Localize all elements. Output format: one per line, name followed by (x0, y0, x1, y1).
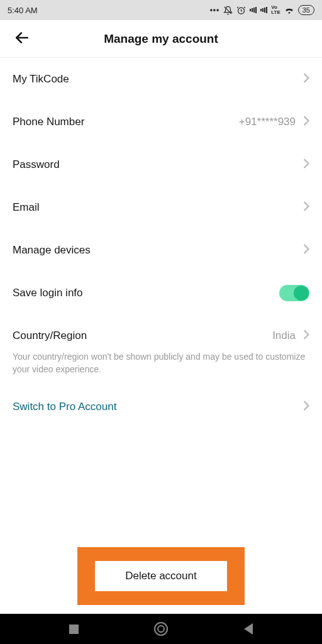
chevron-right-icon (303, 73, 309, 86)
country-label: Country/Region (13, 330, 272, 342)
more-dots-icon: ••• (210, 6, 220, 14)
home-button[interactable] (154, 622, 168, 636)
row-password[interactable]: Password (0, 143, 322, 186)
toggle-knob (294, 286, 309, 301)
row-tikcode[interactable]: My TikCode (0, 58, 322, 101)
row-manage-devices[interactable]: Manage devices (0, 229, 322, 272)
chevron-right-icon (303, 401, 309, 413)
country-value: India (272, 330, 296, 342)
volte-icon: VoLTE (271, 5, 280, 15)
signal-icon-2 (260, 7, 267, 13)
save-login-toggle[interactable] (279, 285, 309, 301)
recents-button[interactable] (69, 625, 79, 634)
chevron-right-icon (303, 201, 309, 214)
row-phone[interactable]: Phone Number +91*****939 (0, 101, 322, 143)
back-nav-button[interactable] (244, 623, 253, 635)
header: Manage my account (0, 20, 322, 58)
status-time: 5:40 AM (8, 6, 38, 15)
android-nav-bar (0, 614, 322, 644)
row-switch-pro[interactable]: Switch to Pro Account (0, 386, 322, 428)
save-login-label: Save login info (13, 287, 279, 299)
phone-label: Phone Number (13, 116, 239, 128)
chevron-right-icon (303, 116, 309, 128)
password-label: Password (13, 158, 303, 171)
back-button[interactable] (14, 30, 30, 48)
country-helper-text: Your country/region won't be shown publi… (0, 351, 322, 386)
phone-value: +91*****939 (239, 116, 296, 128)
switch-pro-label: Switch to Pro Account (13, 401, 303, 413)
email-label: Email (13, 201, 303, 214)
delete-highlight-box: Delete account (77, 547, 244, 605)
wifi-icon (284, 6, 294, 14)
status-icons: ••• VoLTE 35 (210, 5, 314, 15)
alarm-mute-icon (223, 6, 233, 15)
battery-icon: 35 (298, 5, 314, 15)
row-save-login: Save login info (0, 272, 322, 314)
tikcode-label: My TikCode (13, 73, 303, 86)
alarm-clock-icon (236, 6, 246, 15)
chevron-right-icon (303, 330, 309, 342)
chevron-right-icon (303, 158, 309, 171)
page-title: Manage my account (13, 32, 309, 46)
delete-section: Delete account (0, 547, 322, 605)
row-email[interactable]: Email (0, 186, 322, 229)
status-bar: 5:40 AM ••• VoLTE 35 (0, 0, 322, 20)
chevron-right-icon (303, 244, 309, 257)
content: My TikCode Phone Number +91*****939 Pass… (0, 58, 322, 428)
signal-icon (250, 7, 257, 13)
manage-devices-label: Manage devices (13, 244, 303, 257)
delete-account-button[interactable]: Delete account (95, 561, 226, 591)
